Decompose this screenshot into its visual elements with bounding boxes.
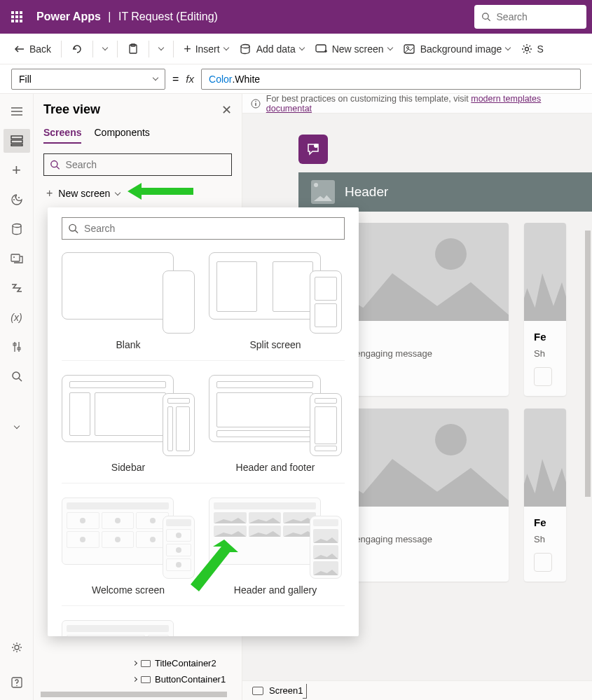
tree-node-titlecontainer[interactable]: TitleContainer2 (43, 655, 226, 671)
undo-button[interactable] (66, 41, 88, 57)
rail-help-icon[interactable] (4, 671, 30, 694)
rail-tools-icon[interactable] (4, 335, 30, 359)
svg-point-10 (406, 46, 408, 48)
svg-point-11 (525, 47, 529, 50)
property-dropdown[interactable]: Fill (11, 69, 165, 90)
tree-search[interactable] (43, 153, 232, 176)
tab-screens[interactable]: Screens (43, 127, 81, 144)
svg-point-0 (483, 13, 488, 19)
tree-node-buttoncontainer[interactable]: ButtonContainer1 (43, 671, 226, 687)
formula-input[interactable]: Color.White (201, 69, 581, 90)
svg-point-33 (51, 161, 57, 167)
rail-search-icon[interactable] (4, 364, 30, 388)
rail-insert-icon[interactable]: + (4, 158, 30, 182)
featured-card[interactable]: Fe Sh (524, 409, 566, 582)
rail-media-icon[interactable] (4, 247, 30, 270)
svg-line-34 (57, 167, 60, 170)
svg-rect-22 (11, 254, 20, 261)
copilot-button[interactable] (298, 135, 328, 164)
rail-powerautomate-icon[interactable] (4, 276, 30, 300)
svg-rect-17 (11, 144, 22, 146)
plus-icon: + (46, 187, 53, 200)
screen-plus-icon (315, 43, 328, 55)
template-sidebar[interactable]: Sidebar (62, 372, 195, 473)
image-icon (404, 43, 416, 55)
undo-split[interactable] (97, 45, 113, 53)
template-search[interactable] (62, 217, 345, 240)
svg-point-30 (15, 645, 19, 650)
rail-variables-icon[interactable]: (x) (4, 306, 30, 329)
fx-icon[interactable]: fx (186, 73, 194, 85)
horizontal-scrollbar[interactable] (41, 692, 227, 697)
image-placeholder (524, 409, 566, 507)
global-search-input[interactable] (497, 11, 579, 22)
paste-split[interactable] (153, 45, 169, 53)
separator (117, 41, 118, 57)
settings-button[interactable]: S (516, 41, 549, 57)
separator (149, 41, 149, 57)
svg-point-39 (69, 224, 76, 231)
search-icon (68, 223, 78, 234)
new-screen-button[interactable]: New screen (310, 41, 398, 57)
rail-theme-icon[interactable] (4, 188, 30, 212)
template-search-input[interactable] (84, 223, 338, 234)
back-button[interactable]: Back (8, 41, 57, 57)
svg-point-37 (255, 101, 256, 102)
paste-button[interactable] (122, 41, 144, 57)
global-search[interactable] (474, 5, 586, 29)
add-data-button[interactable]: Add data (234, 41, 310, 57)
separator (92, 41, 93, 57)
template-blank[interactable]: Blank (62, 249, 195, 350)
left-rail: + (x) (0, 94, 34, 700)
separator (61, 41, 62, 57)
svg-point-19 (15, 196, 16, 198)
tree-search-input[interactable] (66, 159, 226, 170)
new-screen-popup: Blank Split screen Sidebar Header and fo… (48, 207, 359, 636)
background-image-button[interactable]: Background image (398, 41, 516, 57)
app-title: Power Apps | IT Request (Editing) (36, 11, 218, 23)
svg-rect-16 (11, 140, 22, 143)
equals-label: = (172, 73, 179, 85)
clipboard-icon (128, 43, 139, 55)
undo-icon (71, 43, 83, 55)
card-description: Sh (534, 534, 556, 544)
svg-line-29 (19, 378, 22, 381)
template-next[interactable] (62, 617, 195, 636)
svg-point-21 (13, 224, 21, 228)
template-header-gallery[interactable]: Header and gallery (209, 495, 342, 596)
card-description: Sh (534, 348, 556, 359)
chevron-down-icon (115, 189, 121, 195)
card-button[interactable] (534, 367, 552, 386)
rail-collapse-icon[interactable] (4, 415, 30, 439)
svg-point-20 (18, 197, 20, 198)
info-bar: For best practices on customizing this t… (242, 94, 592, 114)
rail-settings-icon[interactable] (4, 636, 30, 659)
svg-point-38 (314, 144, 318, 148)
tab-components[interactable]: Components (94, 127, 149, 144)
template-header-footer[interactable]: Header and footer (209, 372, 342, 473)
tree-new-screen-button[interactable]: + New screen (43, 184, 232, 203)
tree-view-title: Tree view (43, 102, 232, 117)
close-panel-button[interactable]: ✕ (221, 102, 232, 118)
status-bar: Screen1 (242, 680, 592, 700)
data-icon (240, 43, 252, 55)
search-icon (50, 159, 60, 170)
card-button[interactable] (534, 553, 552, 572)
svg-line-40 (75, 231, 78, 233)
rail-tree-view-icon[interactable] (4, 129, 30, 153)
rail-hamburger-icon[interactable] (4, 99, 30, 123)
scrollbar[interactable] (585, 231, 591, 700)
screen-icon (252, 687, 263, 695)
featured-card[interactable]: Fe Sh (524, 223, 566, 396)
current-screen-dropdown[interactable]: Screen1 (269, 685, 307, 696)
info-icon (251, 99, 261, 109)
chat-icon (305, 142, 321, 157)
template-welcome-screen[interactable]: Welcome screen (62, 495, 195, 596)
insert-button[interactable]: + Insert (178, 40, 234, 58)
template-split-screen[interactable]: Split screen (209, 249, 342, 350)
rail-data-icon[interactable] (4, 217, 30, 241)
app-launcher-icon[interactable] (6, 6, 28, 28)
separator (173, 41, 174, 57)
card-title: Fe (534, 331, 556, 343)
canvas-header[interactable]: Header (298, 172, 592, 212)
